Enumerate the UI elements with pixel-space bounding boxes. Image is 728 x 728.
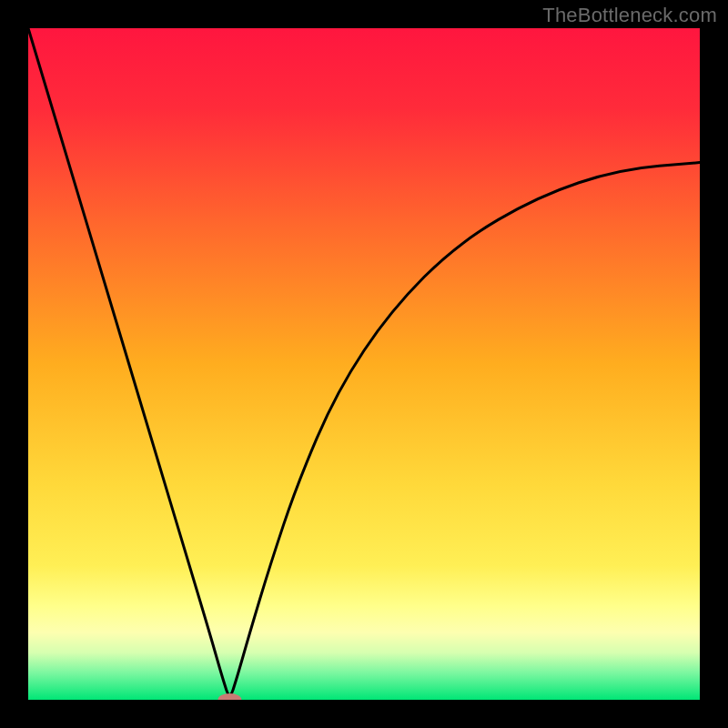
chart-svg: [0, 0, 728, 728]
chart-frame: TheBottleneck.com: [0, 0, 728, 728]
watermark-text: TheBottleneck.com: [542, 4, 717, 27]
